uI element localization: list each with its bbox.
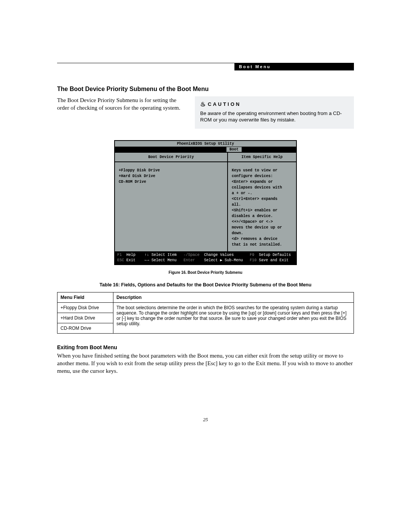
- bios-item: CD-ROM Drive: [119, 179, 223, 185]
- figure-caption: Figure 16. Boot Device Priority Submenu: [57, 270, 354, 275]
- exit-title: Exiting from Boot Menu: [57, 344, 354, 350]
- flame-icon: ♨: [200, 100, 206, 109]
- bios-left-heading: Boot Device Priority: [115, 153, 227, 162]
- page-number: 25: [57, 417, 354, 423]
- bios-item: +Floppy Disk Drive: [119, 168, 223, 173]
- header-banner: Boot Menu: [234, 63, 354, 70]
- bios-active-tab: Boot: [226, 147, 242, 152]
- caution-body: Be aware of the operating environment wh…: [200, 110, 349, 123]
- fields-table: Menu Field Description +Floppy Disk Driv…: [57, 292, 354, 334]
- table-caption: Table 16: Fields, Options and Defaults f…: [57, 282, 354, 288]
- th-description: Description: [113, 292, 354, 302]
- bios-footer: F1 Help ↑↓ Select Item -/Space Change Va…: [115, 251, 296, 264]
- intro-paragraph: The Boot Device Priority Submenu is for …: [57, 96, 183, 112]
- caution-box: ♨ CAUTION Be aware of the operating envi…: [195, 96, 354, 129]
- section-title: The Boot Device Priority Submenu of the …: [57, 86, 354, 93]
- bios-device-list: +Floppy Disk Drive +Hard Disk Drive CD-R…: [115, 162, 227, 230]
- caution-heading: CAUTION: [208, 101, 241, 108]
- bios-right-heading: Item Specific Help: [228, 153, 296, 162]
- table-row: +Floppy Disk Drive: [57, 302, 113, 313]
- exit-body: When you have finished setting the boot …: [57, 352, 354, 375]
- th-menu-field: Menu Field: [57, 292, 113, 302]
- bios-title: PhoenixBIOS Setup Utility: [115, 141, 296, 147]
- bios-help-text: Keys used to view or configure devices: …: [228, 162, 296, 251]
- bios-item: +Hard Disk Drive: [119, 173, 223, 179]
- table-description: The boot selections determine the order …: [113, 302, 354, 333]
- bios-screenshot: PhoenixBIOS Setup Utility Boot Boot Devi…: [114, 140, 297, 265]
- table-row: CD-ROM Drive: [57, 323, 113, 333]
- table-row: +Hard Disk Drive: [57, 313, 113, 323]
